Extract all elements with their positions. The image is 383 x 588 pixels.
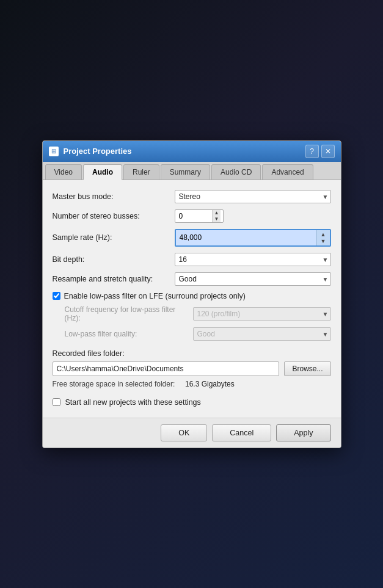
lowpass-label: Enable low-pass filter on LFE (surround …	[64, 292, 246, 300]
lowpass-quality-label: Low-pass filter quality:	[65, 330, 193, 338]
title-bar-buttons: ? ✕	[305, 145, 335, 158]
dialog-buttons: OK Cancel Apply	[43, 418, 341, 448]
start-checkbox-row: Start all new projects with these settin…	[53, 398, 331, 407]
stereo-busses-spinbox: ▲ ▼	[175, 209, 224, 223]
tab-audio[interactable]: Audio	[83, 164, 122, 180]
tab-bar: Video Audio Ruler Summary Audio CD Advan…	[43, 162, 341, 180]
dialog-icon: ⊞	[49, 147, 59, 156]
master-bus-select[interactable]: Stereo Mono 5.1 Surround 7.1 Surround	[175, 190, 331, 203]
project-properties-dialog: ⊞ Project Properties ? ✕ Video Audio Rul…	[42, 140, 341, 448]
sample-rate-spinner-button[interactable]: ▲ ▼	[316, 230, 330, 245]
sample-rate-control: ▲ ▼	[175, 229, 331, 247]
stereo-busses-label: Number of stereo busses:	[53, 212, 175, 220]
cutoff-freq-label: Cutoff frequency for low-pass filter (Hz…	[65, 305, 193, 322]
ok-button[interactable]: OK	[161, 424, 207, 441]
folder-path-input[interactable]	[53, 361, 280, 376]
cutoff-freq-control: 120 (pro/film) ▼	[193, 307, 331, 321]
bit-depth-label: Bit depth:	[53, 255, 175, 264]
resample-quality-label: Resample and stretch quality:	[53, 275, 175, 283]
start-new-projects-label: Start all new projects with these settin…	[65, 398, 201, 407]
folder-label: Recorded files folder:	[53, 349, 331, 358]
sample-rate-input[interactable]	[176, 230, 316, 245]
help-button[interactable]: ?	[305, 145, 319, 158]
close-button[interactable]: ✕	[321, 145, 335, 158]
sample-rate-label: Sample rate (Hz):	[53, 233, 175, 242]
stereo-busses-row: Number of stereo busses: ▲ ▼	[53, 209, 331, 223]
storage-label: Free storage space in selected folder:	[53, 380, 175, 388]
storage-value: 16.3 Gigabytes	[185, 380, 235, 388]
bit-depth-row: Bit depth: 8 16 24 32 ▼	[53, 253, 331, 266]
resample-quality-select-wrapper: Good Better Best Preview ▼	[175, 272, 331, 286]
stereo-busses-control: ▲ ▼	[175, 209, 331, 223]
cutoff-freq-row: Cutoff frequency for low-pass filter (Hz…	[53, 305, 331, 322]
cancel-button[interactable]: Cancel	[212, 424, 271, 441]
tab-video[interactable]: Video	[45, 164, 82, 180]
lowpass-quality-select[interactable]: Good	[193, 327, 331, 341]
stereo-busses-input[interactable]	[175, 210, 212, 222]
apply-button[interactable]: Apply	[276, 424, 330, 441]
resample-quality-control: Good Better Best Preview ▼	[175, 272, 331, 286]
sample-rate-row: Sample rate (Hz): ▲ ▼	[53, 229, 331, 247]
lowpass-quality-control: Good ▼	[193, 327, 331, 341]
dialog-title: Project Properties	[64, 147, 132, 156]
lowpass-checkbox[interactable]	[53, 292, 60, 300]
tab-audiocd[interactable]: Audio CD	[211, 164, 261, 180]
tab-summary[interactable]: Summary	[161, 164, 210, 180]
tab-advanced[interactable]: Advanced	[262, 164, 313, 180]
resample-quality-row: Resample and stretch quality: Good Bette…	[53, 272, 331, 286]
bit-depth-select-wrapper: 8 16 24 32 ▼	[175, 253, 331, 266]
sample-rate-wrapper: ▲ ▼	[175, 229, 331, 247]
spinbox-buttons: ▲ ▼	[212, 210, 221, 222]
lowpass-checkbox-row: Enable low-pass filter on LFE (surround …	[53, 292, 331, 300]
cutoff-freq-select-wrapper: 120 (pro/film) ▼	[193, 307, 331, 321]
cutoff-freq-select[interactable]: 120 (pro/film)	[193, 307, 331, 321]
title-bar: ⊞ Project Properties ? ✕	[43, 141, 341, 162]
bottom-section: Start all new projects with these settin…	[43, 398, 341, 418]
master-bus-select-wrapper: Stereo Mono 5.1 Surround 7.1 Surround ▼	[175, 190, 331, 203]
resample-quality-select[interactable]: Good Better Best Preview	[175, 272, 331, 286]
master-bus-control: Stereo Mono 5.1 Surround 7.1 Surround ▼	[175, 190, 331, 203]
spinbox-up-button[interactable]: ▲	[213, 210, 221, 216]
bit-depth-control: 8 16 24 32 ▼	[175, 253, 331, 266]
spinbox-down-button[interactable]: ▼	[213, 216, 221, 222]
browse-button[interactable]: Browse...	[284, 361, 330, 376]
folder-row: Browse...	[53, 361, 331, 376]
title-bar-left: ⊞ Project Properties	[49, 147, 132, 156]
master-bus-row: Master bus mode: Stereo Mono 5.1 Surroun…	[53, 190, 331, 203]
storage-info: Free storage space in selected folder: 1…	[53, 380, 331, 388]
lowpass-quality-select-wrapper: Good ▼	[193, 327, 331, 341]
bit-depth-select[interactable]: 8 16 24 32	[175, 253, 331, 266]
content-area: Master bus mode: Stereo Mono 5.1 Surroun…	[43, 180, 341, 398]
tab-ruler[interactable]: Ruler	[123, 164, 159, 180]
lowpass-quality-row: Low-pass filter quality: Good ▼	[53, 327, 331, 341]
folder-section: Recorded files folder: Browse...	[53, 349, 331, 376]
start-new-projects-checkbox[interactable]	[53, 398, 60, 406]
master-bus-label: Master bus mode:	[53, 192, 175, 201]
